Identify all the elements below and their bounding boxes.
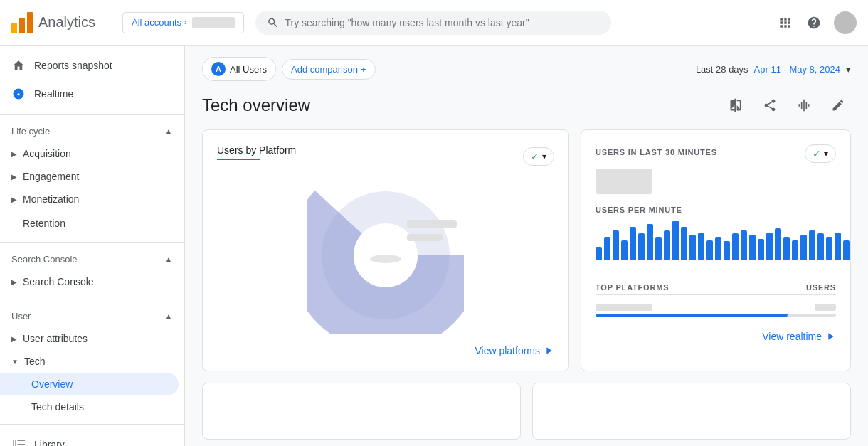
share-icon[interactable] [757, 92, 783, 118]
sidebar-item-realtime[interactable]: ● Realtime [0, 80, 179, 108]
card2-filter-button[interactable]: ✓ ▾ [805, 144, 836, 163]
chevron-right-icon: ▶ [11, 196, 17, 203]
sidebar-item-overview[interactable]: Overview [0, 373, 179, 395]
bottom-card-2 [532, 383, 851, 440]
sidebar-item-reports-snapshot[interactable]: Reports snapshot [0, 51, 179, 80]
search-input[interactable] [285, 17, 600, 28]
bottom-cards-row [185, 383, 868, 446]
sidebar: Reports snapshot ● Realtime Life cycle ▲… [0, 46, 185, 446]
logo-area: Analytics [11, 12, 111, 33]
all-users-filter[interactable]: A All Users [202, 57, 276, 81]
page-title-row: Tech overview [185, 87, 868, 129]
lifecycle-section-header[interactable]: Life cycle ▲ [0, 120, 184, 142]
check-icon: ✓ [531, 151, 539, 162]
search-bar[interactable] [255, 11, 611, 35]
chevron-down-icon: ▼ [11, 358, 18, 366]
pie-chart-container [217, 174, 554, 336]
bar [689, 235, 696, 260]
chevron-up-icon: ▲ [164, 312, 173, 322]
layout: Reports snapshot ● Realtime Life cycle ▲… [0, 46, 868, 446]
bar [741, 230, 747, 260]
platform-table: TOP PLATFORMS USERS [596, 283, 836, 322]
view-realtime-link[interactable]: View realtime [762, 322, 836, 342]
card1-header: Users by Platform ✓ ▾ [217, 144, 554, 169]
account-name-placeholder [192, 17, 235, 28]
users-last-30-label: USERS IN LAST 30 MINUTES [596, 148, 717, 156]
user-section-header[interactable]: User ▲ [0, 305, 184, 327]
chevron-right-icon: ▶ [11, 278, 17, 286]
chevron-up-icon: ▲ [164, 127, 173, 137]
svg-rect-1 [19, 18, 25, 33]
chevron-right-icon: ▶ [11, 150, 17, 158]
bar [766, 233, 773, 260]
filter-bar: A All Users Add comparison + [202, 57, 376, 81]
bar [613, 230, 619, 260]
sidebar-item-engagement[interactable]: ▶ Engagement [0, 165, 184, 188]
analytics-logo [11, 12, 33, 33]
svg-text:●: ● [17, 91, 21, 97]
view-platforms-link[interactable]: View platforms [475, 336, 554, 356]
platform-table-header: TOP PLATFORMS USERS [596, 283, 836, 295]
search-console-section-header[interactable]: Search Console ▲ [0, 248, 184, 270]
arrow-right-icon [825, 331, 836, 342]
bar [732, 233, 739, 260]
chevron-right-icon: ▶ [11, 173, 17, 181]
bar [826, 237, 832, 260]
bar [800, 235, 807, 260]
sidebar-item-search-console[interactable]: ▶ Search Console [0, 270, 184, 293]
chevron-down-icon: ▾ [542, 152, 546, 161]
chevron-up-icon: ▲ [164, 255, 173, 265]
svg-point-8 [370, 255, 401, 263]
bottom-card-1 [202, 383, 521, 440]
sidebar-item-tech[interactable]: ▼ Tech [0, 350, 184, 373]
svg-rect-0 [11, 23, 17, 33]
platform-bar-row [596, 314, 836, 317]
insights-icon[interactable] [791, 92, 817, 118]
search-icon [267, 16, 279, 29]
grid-icon[interactable] [777, 14, 794, 31]
divider [596, 277, 836, 277]
chevron-down-icon: ▾ [824, 149, 828, 159]
sidebar-item-user-attributes[interactable]: ▶ User attributes [0, 327, 184, 350]
users-by-platform-card: Users by Platform ✓ ▾ [202, 129, 569, 371]
bar [664, 230, 670, 260]
sidebar-item-monetization[interactable]: ▶ Monetization [0, 188, 184, 211]
main-header: A All Users Add comparison + Last 28 day… [185, 46, 868, 87]
topbar-right [777, 11, 857, 34]
platform-count-blurred [815, 304, 836, 311]
bar [647, 224, 653, 260]
chevron-down-icon[interactable]: ▾ [846, 64, 851, 75]
sidebar-item-library[interactable]: Library [0, 430, 179, 446]
bar [672, 221, 679, 260]
bar [655, 237, 662, 260]
sidebar-item-retention[interactable]: Retention [0, 211, 179, 236]
card1-underline [217, 159, 260, 160]
compare-icon[interactable] [723, 92, 748, 118]
add-comparison-button[interactable]: Add comparison + [282, 59, 376, 80]
bar [843, 240, 850, 260]
platform-name-blurred [596, 304, 652, 311]
bar [783, 237, 790, 260]
library-icon [11, 437, 26, 446]
arrow-right-icon [543, 345, 554, 356]
bar [621, 240, 628, 260]
sidebar-item-tech-details[interactable]: Tech details [0, 395, 179, 418]
bar [835, 233, 841, 260]
avatar[interactable] [834, 11, 857, 34]
users-count-blurred [596, 169, 652, 194]
pie-chart [307, 177, 464, 334]
date-range-value: Apr 11 - May 8, 2024 [754, 64, 840, 75]
plus-icon: + [361, 64, 366, 75]
edit-icon[interactable] [825, 92, 851, 118]
accounts-button[interactable]: All accounts › [122, 12, 244, 33]
help-icon[interactable] [805, 14, 822, 31]
platform-bar-fill [596, 314, 788, 317]
main-content: A All Users Add comparison + Last 28 day… [185, 46, 868, 446]
bar [638, 233, 645, 260]
sidebar-item-acquisition[interactable]: ▶ Acquisition [0, 142, 184, 165]
users-per-minute-label: USERS PER MINUTE [596, 206, 836, 214]
card1-filter-button[interactable]: ✓ ▾ [523, 147, 554, 166]
page-title: Tech overview [202, 95, 310, 115]
bar [775, 228, 781, 260]
home-icon [11, 58, 26, 73]
